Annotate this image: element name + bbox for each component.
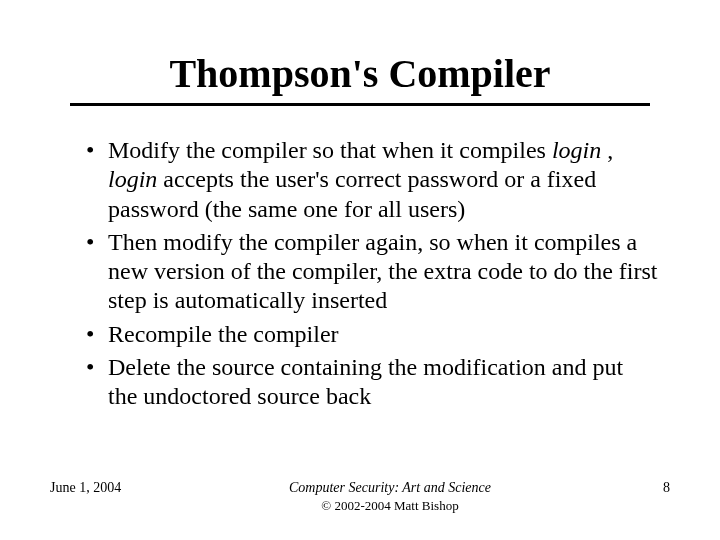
- list-item: Recompile the compiler: [86, 320, 658, 349]
- footer-date: June 1, 2004: [50, 480, 170, 496]
- bullet-list: Modify the compiler so that when it comp…: [50, 136, 670, 411]
- footer-page-number: 8: [610, 480, 670, 496]
- list-item: Delete the source containing the modific…: [86, 353, 658, 412]
- footer-center: Computer Security: Art and Science © 200…: [170, 480, 610, 514]
- bullet-text: Delete the source containing the modific…: [108, 354, 623, 409]
- bullet-text: ,: [601, 137, 613, 163]
- bullet-text: Recompile the compiler: [108, 321, 339, 347]
- footer-booktitle: Computer Security: Art and Science: [289, 480, 491, 495]
- bullet-text: Then modify the compiler again, so when …: [108, 229, 658, 314]
- bullet-italic: login: [108, 166, 157, 192]
- slide-title: Thompson's Compiler: [70, 50, 650, 106]
- bullet-italic: login: [552, 137, 601, 163]
- footer-copyright: © 2002-2004 Matt Bishop: [170, 498, 610, 514]
- list-item: Then modify the compiler again, so when …: [86, 228, 658, 316]
- bullet-text: Modify the compiler so that when it comp…: [108, 137, 552, 163]
- list-item: Modify the compiler so that when it comp…: [86, 136, 658, 224]
- bullet-text: accepts the user's correct password or a…: [108, 166, 596, 221]
- slide-footer: June 1, 2004 Computer Security: Art and …: [50, 480, 670, 514]
- slide: Thompson's Compiler Modify the compiler …: [0, 0, 720, 540]
